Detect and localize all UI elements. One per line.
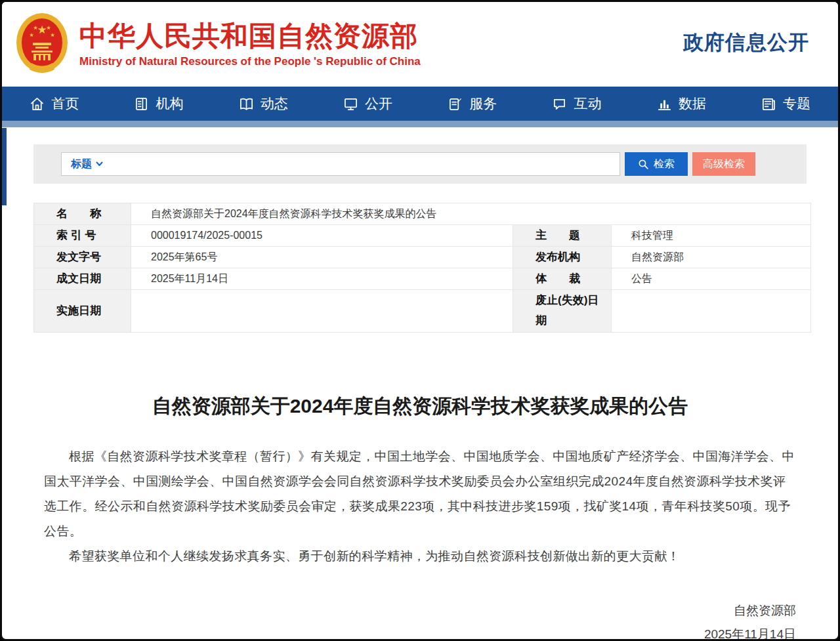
- newspaper-icon: [761, 96, 776, 112]
- nav-item-data[interactable]: 数据: [629, 87, 734, 121]
- home-icon: [30, 96, 45, 112]
- article-title: 自然资源部关于2024年度自然资源科学技术奖获奖成果的公告: [131, 390, 709, 422]
- signature-date: 2025年11月14日: [2, 623, 796, 641]
- service-doc-icon: [448, 96, 463, 112]
- search-input[interactable]: 标题: [61, 152, 620, 176]
- article-paragraph: 希望获奖单位和个人继续发扬求真务实、勇于创新的科学精神，为推动自然资源科技创新做…: [44, 544, 796, 569]
- nav-item-topics[interactable]: 专题: [734, 87, 838, 121]
- article-paragraph: 根据《自然资源科学技术奖章程（暂行）》有关规定，中国土地学会、中国地质学会、中国…: [44, 444, 796, 544]
- meta-value-issuing-agency: 自然资源部: [612, 247, 811, 268]
- meta-label-index-number: 索 引 号: [34, 225, 131, 247]
- nav-item-home[interactable]: 首页: [2, 87, 106, 121]
- search-section: 标题 检索 高级检索: [33, 144, 807, 184]
- nav-item-news[interactable]: 动态: [211, 87, 316, 121]
- meta-row: 发文字号 2025年第65号 发布机构 自然资源部: [34, 247, 811, 268]
- search-icon: [638, 159, 649, 170]
- site-header: ★ ★ ★ ★ ★ 中华人民共和国自然资源部 Ministry of Natur…: [2, 2, 838, 87]
- meta-value-genre: 公告: [612, 268, 811, 290]
- article-body: 根据《自然资源科学技术奖章程（暂行）》有关规定，中国土地学会、中国地质学会、中国…: [44, 444, 796, 569]
- advanced-search-button[interactable]: 高级检索: [692, 152, 755, 176]
- meta-row-name: 名 称 自然资源部关于2024年度自然资源科学技术奖获奖成果的公告: [34, 203, 811, 225]
- meta-label-doc-number: 发文字号: [34, 247, 131, 268]
- nav-item-label: 专题: [783, 94, 810, 113]
- left-accent-bar: [2, 128, 7, 205]
- meta-value-implementation-date: [131, 290, 513, 333]
- bar-chart-icon: [657, 96, 672, 112]
- chevron-down-icon: [96, 161, 103, 167]
- nav-item-label: 机构: [156, 94, 183, 113]
- meta-value-written-date: 2025年11月14日: [131, 268, 513, 290]
- meta-value-index-number: 000019174/2025-00015: [131, 225, 513, 247]
- meta-label-genre: 体 裁: [513, 268, 612, 290]
- nav-item-disclosure[interactable]: 公开: [316, 87, 420, 121]
- meta-value-doc-number: 2025年第65号: [131, 247, 513, 268]
- nav-item-label: 公开: [365, 94, 392, 113]
- meta-value-abolition-date: [612, 290, 811, 333]
- article: 自然资源部关于2024年度自然资源科学技术奖获奖成果的公告 根据《自然资源科学技…: [2, 390, 838, 641]
- meta-value-name: 自然资源部关于2024年度自然资源科学技术奖获奖成果的公告: [131, 203, 811, 225]
- nav-item-label: 服务: [469, 94, 497, 113]
- national-emblem-logo: ★ ★ ★ ★ ★: [15, 12, 69, 79]
- signature-block: 自然资源部 2025年11月14日: [2, 599, 796, 641]
- chat-bubble-icon: [552, 96, 567, 112]
- nav-item-interaction[interactable]: 互动: [524, 87, 629, 121]
- monitor-icon: [343, 96, 358, 112]
- meta-label-written-date: 成文日期: [34, 268, 131, 290]
- page: ★ ★ ★ ★ ★ 中华人民共和国自然资源部 Ministry of Natur…: [0, 0, 840, 641]
- nav-item-organization[interactable]: 机构: [106, 87, 211, 121]
- news-book-icon: [239, 96, 254, 112]
- page-section-title: 政府信息公开: [683, 29, 809, 60]
- signature-org: 自然资源部: [2, 599, 796, 623]
- nav-item-label: 动态: [261, 94, 288, 113]
- meta-row: 成文日期 2025年11月14日 体 裁 公告: [34, 268, 811, 290]
- nav-item-label: 数据: [679, 94, 706, 113]
- site-title-english: Ministry of Natural Resources of the Peo…: [79, 55, 421, 68]
- document-meta-table: 名 称 自然资源部关于2024年度自然资源科学技术奖获奖成果的公告 索 引 号 …: [33, 203, 811, 333]
- svg-text:★: ★: [37, 24, 47, 36]
- nav-bottom-strip: [2, 121, 838, 127]
- meta-label-theme: 主 题: [513, 225, 612, 247]
- svg-text:★: ★: [29, 32, 33, 38]
- meta-label-issuing-agency: 发布机构: [513, 247, 612, 268]
- meta-row: 索 引 号 000019174/2025-00015 主 题 科技管理: [34, 225, 811, 247]
- svg-text:★: ★: [33, 25, 37, 31]
- search-button[interactable]: 检索: [625, 152, 688, 176]
- meta-row: 实施日期 废止(失效)日期: [34, 290, 811, 333]
- site-titles: 中华人民共和国自然资源部 Ministry of Natural Resourc…: [79, 20, 421, 68]
- meta-label-implementation-date: 实施日期: [34, 290, 131, 333]
- organization-icon: [134, 96, 149, 112]
- site-title-chinese: 中华人民共和国自然资源部: [79, 20, 421, 52]
- search-button-label: 检索: [654, 157, 675, 171]
- meta-label-abolition-date: 废止(失效)日期: [513, 290, 612, 333]
- search-field-selector[interactable]: 标题: [71, 157, 103, 171]
- meta-value-theme: 科技管理: [612, 225, 811, 247]
- field-selector-label: 标题: [71, 157, 92, 171]
- svg-text:★: ★: [50, 32, 54, 38]
- nav-item-label: 首页: [51, 94, 79, 113]
- meta-label-name: 名 称: [34, 203, 131, 225]
- nav-item-label: 互动: [574, 94, 601, 113]
- main-nav: 首页 机构 动态 公开 服务: [2, 87, 838, 121]
- svg-text:★: ★: [46, 25, 51, 31]
- nav-item-services[interactable]: 服务: [420, 87, 524, 121]
